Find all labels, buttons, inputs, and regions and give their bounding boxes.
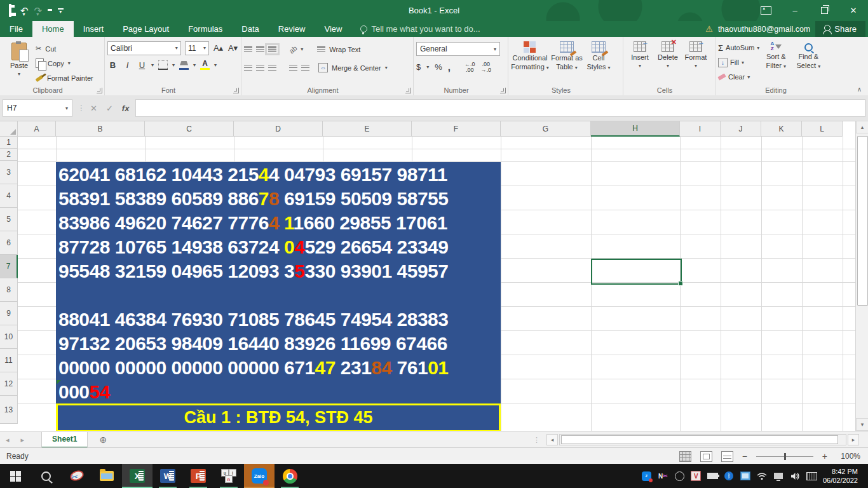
sort-filter-button[interactable]: AZ Sort & Filter ▾	[759, 39, 792, 85]
find-select-button[interactable]: Find & Select ▾	[792, 39, 824, 85]
customize-qat-button[interactable]: ▾	[57, 8, 64, 13]
font-dialog-launcher[interactable]	[233, 88, 239, 93]
horizontal-scrollbar[interactable]	[559, 434, 846, 445]
align-left-icon[interactable]	[244, 65, 252, 71]
shrink-font-button[interactable]: A▾	[227, 42, 238, 54]
fill-button[interactable]: ↓Fill▾	[718, 56, 759, 69]
sheet-row-5-numbers[interactable]: 83986 49620 74627 77764 11660 29855 1706…	[58, 210, 447, 234]
format-as-table-button[interactable]: Format as Table ▾	[549, 39, 585, 85]
select-all-button[interactable]	[0, 121, 18, 137]
delete-cells-button[interactable]: ✕ Delete ▾	[654, 39, 682, 85]
sheet-row-7-numbers[interactable]: 95548 32159 04965 12093 35330 93901 4595…	[58, 259, 448, 283]
start-button[interactable]	[0, 464, 31, 488]
column-header-G[interactable]: G	[501, 121, 591, 137]
minimize-button[interactable]: –	[780, 0, 810, 21]
align-middle-icon[interactable]	[256, 46, 264, 52]
conditional-formatting-button[interactable]: Conditional Formatting ▾	[511, 39, 549, 85]
column-header-J[interactable]: J	[721, 121, 761, 137]
taskbar-word[interactable]: W	[153, 464, 183, 488]
scroll-right-button[interactable]: ▸	[848, 434, 859, 445]
column-header-B[interactable]: B	[56, 121, 145, 137]
zoom-in-button[interactable]: +	[822, 451, 827, 461]
align-bottom-icon[interactable]	[268, 46, 276, 52]
sheet-row-10-numbers[interactable]: 97132 20653 98409 16440 83926 11699 6746…	[58, 331, 447, 355]
copy-button[interactable]: Copy▾	[36, 57, 93, 70]
taskbar-powerpoint[interactable]: P	[183, 464, 214, 488]
page-break-view-button[interactable]	[721, 451, 733, 462]
decrease-indent-icon[interactable]	[289, 65, 297, 71]
account-email[interactable]: thaovuthu880@gmail.com	[718, 25, 810, 34]
row-header-6[interactable]: 6	[0, 231, 18, 255]
sheet-row-4-numbers[interactable]: 58391 58389 60589 88678 69159 50509 5875…	[58, 186, 448, 210]
page-layout-view-button[interactable]	[700, 451, 712, 462]
taskbar-zalo[interactable]: Zalo	[244, 464, 275, 488]
redo-button[interactable]: ↷▾	[34, 5, 39, 17]
percent-style-button[interactable]: %	[435, 62, 442, 72]
result-banner-cell[interactable]: Cầu 1 : BTĐ 54, STĐ 45	[56, 403, 501, 431]
taskbar-clock[interactable]: 8:42 PM 06/02/2022	[823, 467, 863, 485]
column-header-K[interactable]: K	[761, 121, 802, 137]
number-format-select[interactable]: General▾	[416, 42, 500, 56]
tray-v-app-icon[interactable]: V	[691, 471, 702, 482]
tray-battery-icon[interactable]	[707, 471, 718, 482]
cancel-button[interactable]: ✕	[90, 104, 97, 113]
hscroll-grip[interactable]: ⋮	[533, 436, 540, 444]
row-header-7[interactable]: 7	[0, 255, 18, 278]
align-top-icon[interactable]	[244, 46, 252, 52]
vertical-scrollbar[interactable]: ▴ ▾	[855, 121, 868, 431]
tray-unikey-icon[interactable]: N✂	[658, 471, 668, 482]
save-button[interactable]	[9, 5, 11, 17]
merge-center-button[interactable]: ⇔Merge & Center▾	[318, 60, 388, 75]
new-sheet-button[interactable]: ⊕	[99, 435, 107, 445]
scroll-down-button[interactable]: ▾	[856, 418, 868, 431]
highlighted-cell-block[interactable]: 62041 68162 10443 21544 04793 69157 9871…	[56, 162, 501, 403]
row-header-2[interactable]: 2	[0, 149, 18, 161]
column-header-A[interactable]: A	[18, 121, 56, 137]
taskbar-file-explorer[interactable]	[92, 464, 122, 488]
increase-indent-icon[interactable]	[301, 65, 309, 71]
name-box[interactable]: H7 ▾	[3, 99, 72, 117]
tray-wifi-icon[interactable]	[757, 471, 768, 482]
share-button[interactable]: Share	[815, 21, 865, 37]
decrease-decimal-button[interactable]: .00→.0	[481, 62, 492, 73]
accounting-format-button[interactable]: $	[416, 62, 421, 72]
horizontal-scroll-thumb[interactable]	[561, 435, 838, 444]
clipboard-dialog-launcher[interactable]	[97, 88, 102, 93]
row-header-10[interactable]: 10	[0, 325, 18, 349]
zoom-level[interactable]: 100%	[836, 452, 860, 461]
font-size-select[interactable]: 11▾	[185, 41, 209, 55]
column-header-H[interactable]: H	[591, 121, 680, 137]
increase-decimal-button[interactable]: ←.0.00	[465, 62, 475, 73]
row-header-1[interactable]: 1	[0, 137, 18, 149]
tab-page-layout[interactable]: Page Layout	[113, 21, 179, 37]
italic-button[interactable]: I	[122, 59, 133, 71]
scroll-up-button[interactable]: ▴	[856, 121, 868, 133]
restore-button[interactable]	[810, 0, 839, 21]
borders-button[interactable]	[158, 59, 168, 71]
paste-button[interactable]: Paste ▾	[3, 39, 36, 85]
tell-me-box[interactable]: Tell me what you want to do...	[351, 21, 480, 37]
tray-touch-keyboard-icon[interactable]	[806, 471, 817, 482]
collapse-ribbon-button[interactable]: ∧	[857, 86, 862, 93]
tray-capture-icon[interactable]	[674, 471, 685, 482]
ribbon-display-options-button[interactable]	[751, 0, 780, 21]
taskbar-chrome[interactable]	[275, 464, 305, 488]
zoom-slider[interactable]	[756, 456, 813, 457]
zoom-out-button[interactable]: −	[742, 451, 747, 461]
row-header-13[interactable]: 13	[0, 396, 18, 424]
column-header-E[interactable]: E	[323, 121, 412, 137]
row-header-4[interactable]: 4	[0, 184, 18, 208]
sheet-row-6-numbers[interactable]: 87728 10765 14938 63724 04529 26654 2334…	[58, 234, 448, 259]
insert-cells-button[interactable]: ← Insert ▾	[626, 39, 654, 85]
column-header-L[interactable]: L	[802, 121, 843, 137]
column-header-F[interactable]: F	[412, 121, 501, 137]
tab-file[interactable]: File	[0, 21, 32, 37]
align-center-icon[interactable]	[256, 65, 264, 71]
tray-remote-desktop-icon[interactable]	[740, 471, 751, 482]
tab-view[interactable]: View	[315, 21, 351, 37]
tab-insert[interactable]: Insert	[74, 21, 114, 37]
next-sheet-button[interactable]: ▸	[15, 436, 31, 444]
tray-display-icon[interactable]	[773, 471, 784, 482]
taskbar-search-button[interactable]	[31, 464, 61, 488]
tab-data[interactable]: Data	[232, 21, 268, 37]
